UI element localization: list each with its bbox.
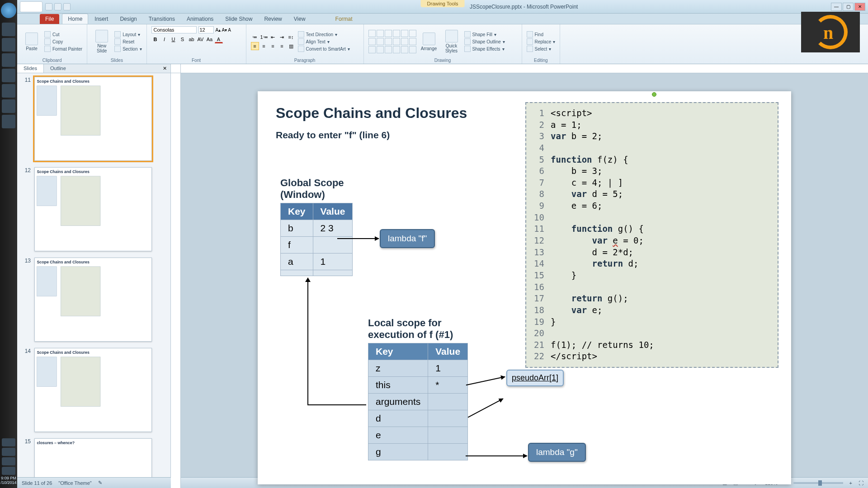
tray-icon[interactable] [2, 448, 15, 456]
taskbar-icon[interactable] [2, 38, 15, 52]
cut-button[interactable]: Cut [44, 31, 82, 38]
tab-animations[interactable]: Animations [181, 14, 219, 24]
reset-button[interactable]: Reset [114, 38, 142, 45]
quick-styles-button[interactable]: Quick Styles [442, 30, 462, 53]
tab-home[interactable]: Home [62, 14, 88, 24]
slide-thumbnail[interactable]: closures – whence? [34, 438, 152, 477]
shape-icon[interactable] [368, 38, 376, 45]
select-button[interactable]: Select ▾ [527, 46, 556, 52]
replace-button[interactable]: Replace ▾ [527, 38, 556, 45]
shadow-button[interactable]: ab [188, 35, 196, 43]
align-center-button[interactable]: ≡ [260, 42, 268, 50]
zoom-slider[interactable] [793, 482, 843, 484]
arrange-button[interactable]: Arrange [419, 33, 439, 51]
shape-effects-button[interactable]: Shape Effects ▾ [464, 46, 505, 52]
shape-icon[interactable] [401, 38, 408, 45]
justify-button[interactable]: ≡ [278, 42, 286, 50]
outline-tab[interactable]: Outline [44, 64, 72, 73]
slide-thumbnail[interactable]: Scope Chains and Closures [34, 167, 152, 251]
spacing-button[interactable]: AV [197, 35, 205, 43]
align-text-button[interactable]: Align Text ▾ [298, 38, 350, 45]
shape-icon[interactable] [377, 46, 384, 53]
office-button[interactable] [20, 1, 42, 12]
indent-right-button[interactable]: ⇥ [278, 33, 286, 41]
tab-review[interactable]: Review [259, 14, 287, 24]
shape-icon[interactable] [401, 46, 408, 53]
bold-button[interactable]: B [151, 35, 160, 43]
smartart-button[interactable]: Convert to SmartArt ▾ [298, 46, 350, 52]
tray-icon[interactable] [2, 457, 15, 465]
shape-icon[interactable] [377, 38, 384, 45]
shape-icon[interactable] [409, 46, 416, 53]
line-spacing-button[interactable]: ≡↕ [287, 33, 295, 41]
close-button[interactable]: ✕ [854, 3, 865, 11]
tab-format[interactable]: Format [330, 14, 358, 24]
slide-thumbnail[interactable]: Scope Chains and Closures [34, 348, 152, 432]
shape-icon[interactable] [368, 30, 376, 37]
font-name-select[interactable] [151, 26, 197, 33]
shape-icon[interactable] [409, 38, 416, 45]
maximize-button[interactable]: ▢ [843, 3, 854, 11]
tab-design[interactable]: Design [114, 14, 142, 24]
tab-insert[interactable]: Insert [89, 14, 113, 24]
taskbar-icon[interactable] [2, 84, 15, 98]
columns-button[interactable]: ▥ [287, 42, 295, 50]
new-slide-button[interactable]: New Slide [92, 30, 112, 53]
tab-transitions[interactable]: Transitions [143, 14, 180, 24]
section-button[interactable]: Section ▾ [114, 46, 142, 52]
shape-icon[interactable] [368, 46, 376, 53]
shape-icon[interactable] [401, 30, 408, 37]
taskbar-icon[interactable] [2, 115, 15, 128]
tab-file[interactable]: File [40, 14, 59, 24]
indent-left-button[interactable]: ⇤ [269, 33, 277, 41]
layout-button[interactable]: Layout ▾ [114, 31, 142, 38]
strike-button[interactable]: S [179, 35, 187, 43]
taskbar-icon[interactable] [2, 53, 15, 67]
shape-icon[interactable] [393, 38, 400, 45]
text-direction-button[interactable]: Text Direction ▾ [298, 31, 350, 38]
lambda-g-box[interactable]: lambda "g" [528, 443, 586, 462]
copy-button[interactable]: Copy [44, 38, 82, 45]
paste-button[interactable]: Paste [22, 33, 42, 51]
spell-check-icon[interactable]: ✎ [98, 480, 102, 486]
start-button[interactable] [1, 3, 16, 18]
global-scope-table[interactable]: KeyValue b2 3fa1 [280, 203, 353, 276]
slide-thumbnail[interactable]: Scope Chains and Closures [34, 77, 152, 161]
tray-icon[interactable] [2, 438, 15, 446]
font-color-button[interactable]: A [215, 35, 223, 43]
shape-icon[interactable] [385, 38, 392, 45]
shape-icon[interactable] [385, 46, 392, 53]
shape-outline-button[interactable]: Shape Outline ▾ [464, 38, 505, 45]
qat-save-icon[interactable] [45, 3, 52, 10]
align-right-button[interactable]: ≡ [269, 42, 277, 50]
local-scope-table[interactable]: KeyValue z1this*argumentsdeg [368, 343, 468, 460]
taskbar-icon[interactable] [2, 69, 15, 82]
align-left-button[interactable]: ≡ [251, 42, 259, 50]
rotate-handle[interactable] [652, 92, 656, 97]
tab-slideshow[interactable]: Slide Show [220, 14, 258, 24]
slide-canvas[interactable]: Scope Chains and Closures Ready to enter… [258, 91, 791, 484]
close-pane-icon[interactable]: ✕ [159, 64, 170, 73]
taskbar-clock[interactable]: 9:09 PM /10/2014 [0, 476, 17, 485]
slides-tab[interactable]: Slides [17, 64, 44, 73]
taskbar-icon[interactable] [2, 99, 15, 113]
pseudoarr-box[interactable]: pseudoArr[1] [506, 370, 564, 386]
shape-icon[interactable] [409, 30, 416, 37]
slide-thumbnail[interactable]: Scope Chains and Closures [34, 258, 152, 342]
lambda-f-box[interactable]: lambda "f" [380, 229, 435, 248]
format-painter-button[interactable]: Format Painter [44, 46, 82, 52]
vertical-ruler[interactable] [171, 73, 181, 488]
shape-icon[interactable] [377, 30, 384, 37]
qat-redo-icon[interactable] [63, 3, 71, 10]
find-button[interactable]: Find [527, 31, 556, 38]
shape-icon[interactable] [393, 30, 400, 37]
font-size-select[interactable] [198, 26, 214, 33]
minimize-button[interactable]: — [831, 3, 842, 11]
shape-fill-button[interactable]: Shape Fill ▾ [464, 31, 505, 38]
numbering-button[interactable]: 1≔ [260, 33, 268, 41]
horizontal-ruler[interactable] [181, 64, 868, 73]
taskbar-icon[interactable] [2, 23, 15, 36]
qat-undo-icon[interactable] [54, 3, 61, 10]
underline-button[interactable]: U [170, 35, 178, 43]
shape-icon[interactable] [385, 30, 392, 37]
